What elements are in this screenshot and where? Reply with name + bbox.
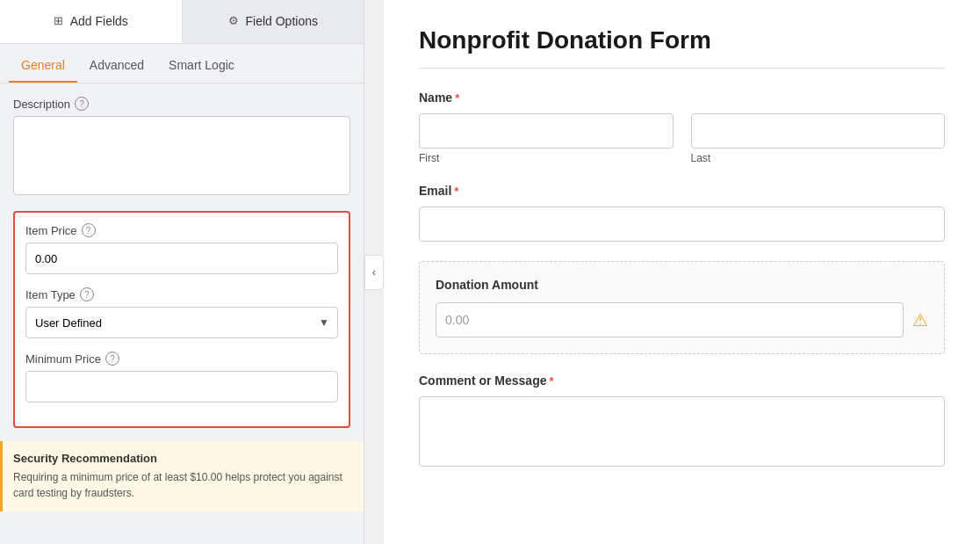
item-price-label: Item Price	[25, 224, 77, 237]
name-field-group: Name * First Last	[419, 91, 945, 164]
tab-field-options[interactable]: ⚙ Field Options	[183, 0, 364, 43]
minimum-price-input[interactable]	[25, 371, 338, 403]
last-name-wrap: Last	[691, 113, 946, 164]
minimum-price-label-wrap: Minimum Price ?	[25, 352, 338, 366]
subtab-smart-logic[interactable]: Smart Logic	[156, 49, 247, 83]
name-required-star: *	[455, 91, 459, 105]
donation-input[interactable]	[436, 302, 904, 337]
panel-content: Description ? Item Price ? Item Type ?	[0, 83, 364, 544]
security-recommendation: Security Recommendation Requiring a mini…	[0, 441, 364, 511]
subtab-advanced[interactable]: Advanced	[77, 49, 156, 83]
comment-textarea[interactable]	[419, 396, 945, 467]
security-rec-title: Security Recommendation	[13, 452, 353, 465]
description-group: Description ?	[13, 97, 350, 198]
email-field-group: Email *	[419, 184, 945, 242]
item-price-group: Item Price ?	[25, 223, 338, 274]
donation-label: Donation Amount	[436, 278, 928, 292]
first-name-sublabel: First	[419, 152, 674, 164]
field-options-label: Field Options	[246, 14, 318, 28]
donation-section: Donation Amount ⚠	[419, 261, 945, 354]
email-label-text: Email	[419, 184, 451, 198]
sub-tabs: General Advanced Smart Logic	[0, 44, 364, 83]
first-name-input[interactable]	[419, 113, 674, 149]
field-options-icon: ⚙	[228, 14, 239, 27]
name-label-text: Name	[419, 91, 452, 105]
last-name-input[interactable]	[691, 113, 946, 149]
comment-field-group: Comment or Message *	[419, 374, 945, 469]
comment-required-star: *	[549, 374, 553, 388]
email-input[interactable]	[419, 207, 945, 242]
last-name-sublabel: Last	[691, 152, 946, 164]
item-type-group: Item Type ? User Defined Fixed Price Cal…	[25, 287, 338, 338]
item-price-label-wrap: Item Price ?	[25, 223, 338, 237]
name-field-label: Name *	[419, 91, 945, 105]
tab-add-fields[interactable]: ⊞ Add Fields	[0, 0, 183, 43]
item-price-help-icon[interactable]: ?	[82, 223, 96, 237]
description-label: Description	[13, 98, 70, 111]
minimum-price-label: Minimum Price	[25, 352, 101, 366]
form-title: Nonprofit Donation Form	[419, 26, 945, 69]
security-rec-text: Requiring a minimum price of at least $1…	[13, 469, 353, 501]
donation-warning-icon: ⚠	[912, 309, 928, 330]
item-type-select-wrap: User Defined Fixed Price Calculated ▼	[25, 307, 338, 338]
donation-input-wrap: ⚠	[436, 302, 928, 337]
name-fields-row: First Last	[419, 113, 945, 164]
highlighted-section: Item Price ? Item Type ? User Defined Fi…	[13, 211, 350, 428]
comment-label-text: Comment or Message	[419, 374, 546, 388]
top-tabs: ⊞ Add Fields ⚙ Field Options	[0, 0, 364, 44]
first-name-wrap: First	[419, 113, 674, 164]
description-textarea[interactable]	[13, 116, 350, 195]
item-type-help-icon[interactable]: ?	[80, 287, 94, 301]
item-type-label: Item Type	[25, 288, 76, 301]
minimum-price-group: Minimum Price ?	[25, 352, 338, 403]
collapse-button[interactable]: ‹	[364, 255, 384, 290]
description-help-icon[interactable]: ?	[75, 97, 89, 111]
description-label-wrap: Description ?	[13, 97, 350, 111]
item-type-select[interactable]: User Defined Fixed Price Calculated	[25, 307, 338, 338]
add-fields-icon: ⊞	[54, 14, 63, 27]
minimum-price-help-icon[interactable]: ?	[105, 352, 119, 366]
item-price-input[interactable]	[25, 243, 338, 274]
subtab-general[interactable]: General	[9, 49, 77, 83]
add-fields-label: Add Fields	[70, 14, 128, 28]
right-panel: Nonprofit Donation Form Name * First Las…	[384, 0, 980, 544]
email-field-label: Email *	[419, 184, 945, 198]
item-type-label-wrap: Item Type ?	[25, 287, 338, 301]
email-required-star: *	[454, 185, 458, 198]
comment-field-label: Comment or Message *	[419, 374, 945, 388]
left-panel: ⊞ Add Fields ⚙ Field Options General Adv…	[0, 0, 364, 544]
